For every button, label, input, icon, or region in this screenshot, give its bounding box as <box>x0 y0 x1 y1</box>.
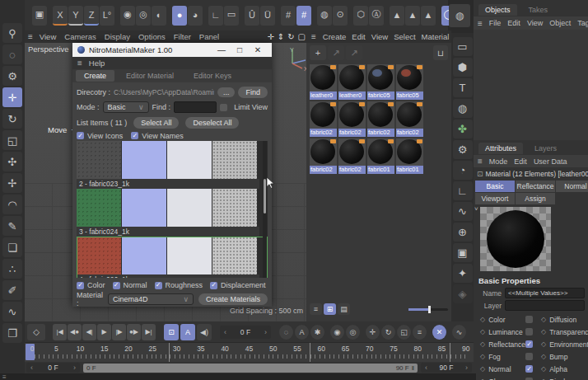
dialog-titlebar[interactable]: NitroMaterialMaker 1.00 — □ ✕ <box>72 43 272 57</box>
tool-icon[interactable]: ∴ <box>2 259 22 279</box>
viewport-menu-icon[interactable]: ≡ <box>28 32 33 41</box>
channel-checkbox-item[interactable]: Roughness <box>155 281 203 289</box>
channel-checkbox[interactable] <box>155 282 162 289</box>
toolbar-button[interactable]: ▲ <box>421 6 436 26</box>
transport-button[interactable]: ●▶ <box>127 324 141 340</box>
tool-icon[interactable]: ∿ <box>2 302 22 321</box>
record-icon[interactable]: ↻ <box>381 325 395 340</box>
thumbnail-size-slider[interactable] <box>408 308 448 311</box>
decrement-icon[interactable]: ‹ <box>224 328 226 336</box>
tool-icon[interactable]: ❏ <box>2 237 22 257</box>
material-item[interactable]: leather0 <box>310 64 337 100</box>
material-item[interactable]: fabric02 <box>338 101 366 137</box>
material-menu-item[interactable]: Select <box>394 32 415 41</box>
material-preview-toggle-icon[interactable]: ◍ <box>449 4 470 27</box>
material-item[interactable]: fabric02 <box>338 138 366 174</box>
material-item[interactable]: fabric01 <box>396 138 423 174</box>
timeline-mode-button[interactable]: A <box>180 324 195 340</box>
slider-handle[interactable] <box>428 306 431 313</box>
browse-button[interactable]: ... <box>217 87 236 97</box>
mode-dropdown[interactable]: Basic ∨ <box>103 101 149 113</box>
record-icon[interactable]: ∿ <box>452 325 466 340</box>
toolbar-button[interactable]: ▲ <box>390 6 404 26</box>
record-icon[interactable]: ◱ <box>397 325 411 340</box>
viewport-nav-icon[interactable]: ✛ <box>267 32 273 41</box>
transport-button[interactable]: ▶| <box>142 324 156 340</box>
panel-tab[interactable]: Layers <box>528 143 563 154</box>
tool-icon[interactable]: ◠ <box>2 195 22 214</box>
attributes-menu-icon[interactable]: ≡ <box>478 157 483 166</box>
transport-button[interactable]: ▶ <box>97 324 111 340</box>
dialog-tab[interactable]: Editor Material <box>118 70 182 82</box>
toolbar-button[interactable]: Y <box>68 6 83 26</box>
toolbar-button[interactable]: ▣ <box>32 6 47 26</box>
current-frame-spinner[interactable]: ‹ 0 F › <box>220 326 271 339</box>
deselect-all-button[interactable]: Deselect All <box>185 117 239 129</box>
material-item[interactable]: leather0 <box>338 64 366 100</box>
add-keyframe-button[interactable]: ◇ <box>27 324 45 340</box>
channel-checkbox[interactable] <box>525 353 533 360</box>
create-materials-button[interactable]: Create Materials <box>198 293 268 305</box>
viewport-menu-item[interactable]: Display <box>105 32 130 41</box>
delete-material-button[interactable]: ⊔ <box>433 45 448 60</box>
toolbar-button[interactable]: ◍ <box>317 6 332 26</box>
transport-button[interactable]: ◀● <box>68 324 82 340</box>
material-item[interactable]: fabric02 <box>310 101 337 137</box>
objects-menu-item[interactable]: Object <box>549 19 571 27</box>
bottom-menu-icon[interactable]: ≡ <box>2 373 7 380</box>
material-view-button[interactable]: ≡ <box>310 303 322 315</box>
texture-list-item[interactable]: 4 - fabric026_1k <box>77 237 268 278</box>
object-tool-icon[interactable]: ▭ <box>453 37 473 56</box>
material-toolbar-button[interactable]: ↗ <box>328 45 344 60</box>
record-icon[interactable]: ◌ <box>279 325 293 340</box>
object-tool-icon[interactable]: ◍ <box>453 99 473 118</box>
material-item[interactable]: fabric02 <box>367 101 394 137</box>
tool-icon[interactable]: ✢ <box>2 173 22 193</box>
scrollbar-thumb[interactable] <box>264 179 266 213</box>
preview-expand-icon[interactable]: ˅ <box>474 205 478 213</box>
tool-icon[interactable]: ↻ <box>2 109 22 129</box>
material-sub-tab[interactable]: Viewport <box>475 193 515 204</box>
toolbar-button[interactable]: Z <box>84 6 99 26</box>
viewport-menu-item[interactable]: Options <box>138 32 166 41</box>
dialog-tab[interactable]: Editor Keys <box>185 70 240 82</box>
material-item[interactable]: fabric05 <box>396 64 423 100</box>
dialog-tab[interactable]: Create <box>76 70 114 82</box>
help-menu[interactable]: Help <box>89 59 105 68</box>
toolbar-button[interactable]: L° <box>100 6 114 26</box>
viewport-menu-item[interactable]: Filter <box>174 32 191 41</box>
material-view-button[interactable]: ▤ <box>338 303 350 315</box>
find-directory-button[interactable]: Find <box>238 87 268 98</box>
material-toolbar-button[interactable]: + <box>310 45 326 60</box>
material-menu-item[interactable]: Material <box>422 32 450 41</box>
transport-button[interactable]: |◀ <box>53 324 67 340</box>
channel-checkbox[interactable] <box>113 282 120 289</box>
close-button[interactable]: ✕ <box>249 45 267 54</box>
record-icon[interactable]: ✕ <box>432 325 446 340</box>
object-tool-icon[interactable]: T <box>453 78 473 97</box>
channel-checkbox-item[interactable]: Normal <box>113 281 147 289</box>
material-view-button[interactable]: ⊞ <box>324 303 336 315</box>
toolbar-button[interactable]: ● <box>172 6 187 26</box>
attributes-menu-item[interactable]: User Data <box>534 157 567 166</box>
toolbar-button[interactable]: ◎ <box>136 6 151 26</box>
channel-checkbox[interactable] <box>525 340 533 348</box>
tool-icon[interactable]: ◱ <box>2 130 22 150</box>
view-icons-checkbox[interactable] <box>77 132 84 139</box>
object-list[interactable] <box>474 30 588 140</box>
panel-tab[interactable]: Takes <box>522 4 555 16</box>
object-tool-icon[interactable]: ⊕ <box>453 223 473 242</box>
attributes-menu-item[interactable]: Mode <box>489 157 508 166</box>
tool-icon[interactable]: ✣ <box>2 152 22 171</box>
channel-checkbox[interactable] <box>77 282 84 289</box>
minimize-button[interactable]: — <box>212 45 231 54</box>
object-tool-icon[interactable]: ✦ <box>453 264 473 283</box>
toolbar-button[interactable]: ◕ <box>188 6 203 26</box>
tool-icon[interactable]: ⚲ <box>2 23 22 43</box>
layer-input[interactable] <box>505 300 585 311</box>
transport-button[interactable]: ◀| <box>82 324 96 340</box>
object-tool-icon[interactable]: ∟ <box>453 181 473 200</box>
object-tool-icon[interactable]: ✤ <box>453 120 473 138</box>
material-menu-item[interactable]: Create <box>323 32 347 41</box>
toolbar-button[interactable]: ◐ <box>152 6 166 26</box>
